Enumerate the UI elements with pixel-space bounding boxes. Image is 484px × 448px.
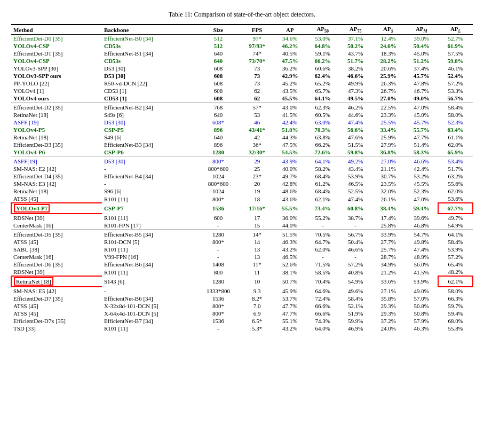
cell-apl: 53.4% — [438, 156, 473, 166]
cell-ap75: 51.7% — [339, 57, 371, 65]
cell-apm: 49.0% — [404, 95, 438, 103]
cell-backbone: X-32x8d-101-DCN [5] — [102, 302, 196, 310]
col-apl: APL — [438, 25, 473, 35]
cell-apl: 58.0% — [438, 287, 473, 295]
cell-ap75: 51.5% — [339, 141, 371, 148]
cell-backbone: - — [102, 165, 196, 172]
cell-fps: 46 — [241, 119, 274, 126]
table-row: EfficientDet-D3 [35]EfficientNet-B3 [34]… — [11, 141, 473, 148]
cell-apl: 48.2% — [438, 268, 473, 276]
cell-ap50: 63.8% — [306, 133, 339, 141]
cell-method: ASFF[19] — [11, 156, 102, 166]
cell-method: YOLOv3-SPP ours — [11, 72, 102, 80]
cell-apm: 50.8% — [404, 302, 438, 310]
cell-apm: 47.7% — [404, 133, 438, 141]
cell-ap: 55.1% — [274, 317, 306, 325]
cell-ap: 36.0% — [274, 214, 306, 222]
cell-ap: 43.2% — [274, 325, 306, 332]
cell-ap75: 51.9% — [339, 310, 371, 317]
cell-ap75: - — [339, 253, 371, 261]
col-backbone: Backbone — [102, 25, 196, 35]
cell-aps: 18.3% — [372, 50, 404, 57]
cell-ap: 43.6% — [274, 195, 306, 203]
cell-method: SM-NAS: E2 [42] — [11, 165, 102, 172]
cell-apm: 57.0% — [404, 295, 438, 302]
cell-backbone: EfficientNet-B1 [34] — [102, 50, 196, 57]
cell-ap50: 66.6% — [306, 310, 339, 317]
table-row: YOLOv4-CSPCD53s51297/93*46.2%64.8%50.2%2… — [11, 42, 473, 50]
cell-method: ATSS [45] — [11, 310, 102, 317]
cell-apl: 59.7% — [438, 302, 473, 310]
cell-apl: 65.9% — [438, 148, 473, 156]
table-row: SM-NAS: E2 [42]-800*6002540.0%58.2%43.4%… — [11, 165, 473, 172]
cell-method: RetinaNet [18] — [11, 111, 102, 119]
cell-size: 800*600 — [196, 180, 241, 187]
cell-size: 1280 — [196, 276, 241, 287]
cell-ap: 47.7% — [274, 302, 306, 310]
cell-apl: 55.8% — [438, 325, 473, 332]
cell-apl: 51.7% — [438, 165, 473, 172]
cell-aps: 17.4% — [372, 214, 404, 222]
cell-fps: 20 — [241, 180, 274, 187]
table-row: CenterMask [16]R101-FPN [17]-1544.0%--25… — [11, 222, 473, 230]
cell-apl: 68.0% — [438, 317, 473, 325]
cell-size: 608 — [196, 80, 241, 87]
cell-apl: 63.2% — [438, 172, 473, 180]
cell-ap75: 49.5% — [339, 95, 371, 103]
cell-backbone: CD53 [1] — [102, 95, 196, 103]
cell-apl: 66.3% — [438, 295, 473, 302]
cell-backbone: R101-FPN [17] — [102, 222, 196, 230]
cell-ap: 43.2% — [274, 246, 306, 253]
cell-ap75: 58.4% — [339, 295, 371, 302]
cell-apl: 62.0% — [438, 187, 473, 195]
cell-backbone: CSP-P7 — [102, 203, 196, 214]
cell-ap50: 72.6% — [306, 148, 339, 156]
cell-ap75: 50.2% — [339, 42, 371, 50]
table-row: RDSNet [39]R101 [11]6001736.0%55.2%38.7%… — [11, 214, 473, 222]
cell-size: 896 — [196, 141, 241, 148]
cell-ap75: 46.6% — [339, 72, 371, 80]
cell-backbone: CSP-P5 — [102, 126, 196, 133]
cell-ap: 42.8% — [274, 180, 306, 187]
cell-apl: 64.1% — [438, 230, 473, 239]
cell-backbone: CD53s — [102, 42, 196, 50]
cell-apl: 61.1% — [438, 133, 473, 141]
cell-backbone: CSP-P6 — [102, 148, 196, 156]
cell-aps: 35.8% — [372, 295, 404, 302]
cell-fps: 6.5* — [241, 317, 274, 325]
cell-aps: 27.1% — [372, 287, 404, 295]
cell-ap75: 38.2% — [339, 65, 371, 72]
cell-aps: 38.4% — [372, 203, 404, 214]
cell-ap50: 70.3% — [306, 126, 339, 133]
table-row: ATSS [45]R101 [11]800*1843.6%62.1%47.4%2… — [11, 195, 473, 203]
cell-ap50: 65.2% — [306, 80, 339, 87]
cell-size: 800* — [196, 156, 241, 166]
cell-ap50: 64.8% — [306, 42, 339, 50]
table-row: ATSS [45]X-32x8d-101-DCN [5]800*7.047.7%… — [11, 302, 473, 310]
cell-fps: 23* — [241, 172, 274, 180]
cell-size: 800* — [196, 238, 241, 246]
cell-aps: 20.6% — [372, 65, 404, 72]
cell-fps: 42 — [241, 133, 274, 141]
cell-aps: 25.9% — [372, 72, 404, 80]
cell-ap50: 66.2% — [306, 57, 339, 65]
cell-apl: 62.1% — [438, 276, 473, 287]
cell-size: 800*600 — [196, 165, 241, 172]
cell-method: YOLOv4-P6 — [11, 148, 102, 156]
cell-apm: 41.5% — [404, 268, 438, 276]
cell-backbone: R101 [11] — [102, 195, 196, 203]
cell-ap: 43.0% — [274, 103, 306, 112]
table-title: Table 11: Comparison of state-of-the-art… — [11, 11, 473, 19]
cell-fps: 14 — [241, 238, 274, 246]
cell-aps: 33.6% — [372, 276, 404, 287]
cell-apl: 63.4% — [438, 126, 473, 133]
table-row: EfficientDet-D2 [35]EfficientNet-B2 [34]… — [11, 103, 473, 112]
cell-method: ATSS [45] — [11, 302, 102, 310]
cell-method: YOLOv4 [1] — [11, 87, 102, 95]
cell-fps: 53 — [241, 111, 274, 119]
cell-ap50: 64.6% — [306, 287, 339, 295]
cell-apm: 46.7% — [404, 87, 438, 95]
cell-apl: 53.3% — [438, 87, 473, 95]
cell-ap50: 64.7% — [306, 238, 339, 246]
cell-backbone: EfficientNet-B4 [34] — [102, 172, 196, 180]
